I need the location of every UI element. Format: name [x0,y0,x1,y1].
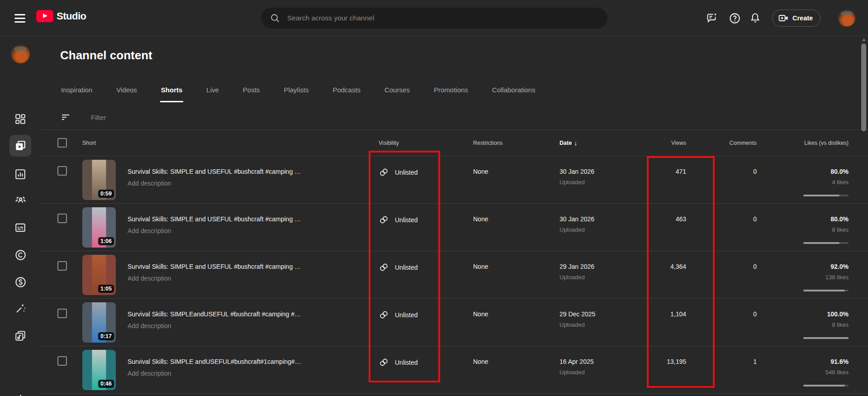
likes-ratio-bar [803,195,849,196]
video-thumbnail[interactable]: 1:06 [82,207,116,248]
restrictions-value: None [455,251,541,298]
tab-promotions[interactable]: Promotions [433,80,469,102]
tab-inspiration[interactable]: Inspiration [60,80,93,102]
video-thumbnail[interactable]: 0:46 [82,350,116,390]
sidebar-item-audio-library[interactable] [9,325,31,347]
account-avatar[interactable] [838,10,855,27]
sidebar-item-community[interactable] [9,189,31,211]
table-row[interactable]: 0:17 Survival Skills: SIMPLEandUSEFUL #b… [41,299,868,346]
copyright-icon [14,249,27,261]
add-description[interactable]: Add description [128,275,364,282]
channel-search-bar[interactable] [261,8,607,29]
video-title[interactable]: Survival Skills: SIMPLE and USEFUL #bush… [128,263,364,271]
video-title[interactable]: Survival Skills: SIMPLE and USEFUL #bush… [128,168,364,176]
sidebar-item-content[interactable] [9,135,31,157]
top-bar: Studio Create [0,0,868,36]
video-title[interactable]: Survival Skills: SIMPLE and USEFUL #bush… [128,215,364,223]
views-value: 463 [622,204,686,251]
filter-input[interactable] [91,114,272,121]
tab-courses[interactable]: Courses [384,80,411,102]
date-value: 29 Dec 2025 [560,310,622,318]
sidebar-item-earn[interactable] [9,271,31,293]
menu-icon[interactable] [14,12,26,24]
tab-posts[interactable]: Posts [242,80,261,102]
visibility-cell[interactable]: Unlisted [379,357,418,367]
restrictions-value: None [455,346,541,393]
tab-playlists[interactable]: Playlists [283,80,309,102]
main-content: Channel content InspirationVideosShortsL… [41,36,868,396]
header-views[interactable]: Views [622,130,686,156]
unlisted-link-icon [379,310,389,320]
sidebar-item-copyright[interactable] [9,244,31,266]
search-input[interactable] [287,14,598,22]
create-button[interactable]: Create [772,10,821,27]
settings-gear-icon [14,394,27,396]
sidebar-item-customization[interactable] [9,297,31,319]
sidebar-item-analytics[interactable] [9,163,31,185]
header-visibility[interactable]: Visibility [378,130,455,156]
visibility-cell[interactable]: Unlisted [379,215,418,225]
sidebar-item-settings[interactable] [9,389,31,396]
channel-avatar[interactable] [11,44,30,63]
tab-shorts[interactable]: Shorts [160,80,184,102]
row-checkbox[interactable] [57,261,67,271]
row-checkbox[interactable] [57,214,67,223]
visibility-cell[interactable]: Unlisted [379,262,418,272]
add-description[interactable]: Add description [128,227,364,234]
sidebar-item-subtitles[interactable] [9,217,31,239]
header-likes[interactable]: Likes (vs dislikes) [757,130,849,156]
date-sub: Uploaded [560,321,622,328]
audio-library-icon [14,330,26,342]
duration-badge: 1:06 [98,237,114,245]
tab-collaborations[interactable]: Collaborations [491,80,536,102]
views-value: 13,195 [622,346,686,393]
feedback-sparkle-icon[interactable] [706,12,718,24]
select-all-checkbox[interactable] [57,138,67,148]
row-checkbox[interactable] [57,356,67,366]
date-sub: Uploaded [560,369,622,376]
unlisted-link-icon [379,357,389,367]
tab-live[interactable]: Live [205,80,220,102]
visibility-cell[interactable]: Unlisted [379,310,418,320]
header-date[interactable]: Date↓ [541,130,622,156]
studio-logo-text: Studio [57,10,86,22]
date-value: 29 Jan 2026 [560,263,622,270]
video-thumbnail[interactable]: 1:05 [82,255,116,295]
youtube-studio-logo[interactable]: Studio [36,10,86,22]
scrollbar-up-arrow[interactable] [862,38,866,41]
date-value: 30 Jan 2026 [560,168,622,175]
vertical-scrollbar[interactable] [861,43,866,131]
video-thumbnail[interactable]: 0:17 [82,302,116,343]
video-thumbnail[interactable]: 0:59 [82,160,116,200]
table-row[interactable]: 1:05 Survival Skills: SIMPLE and USEFUL … [41,251,868,299]
views-value: 4,364 [622,251,686,298]
table-row[interactable]: 0:59 Survival Skills: SIMPLE and USEFUL … [41,156,868,204]
filter-icon [60,112,71,123]
add-description[interactable]: Add description [128,370,364,377]
tabs: InspirationVideosShortsLivePostsPlaylist… [60,80,536,102]
visibility-cell[interactable]: Unlisted [379,167,418,177]
tab-podcasts[interactable]: Podcasts [332,80,361,102]
video-title[interactable]: Survival Skills: SIMPLEandUSEFUL #bushcr… [128,310,364,318]
likes-percentage: 80.0% [757,215,849,223]
row-checkbox[interactable] [57,166,67,176]
notifications-bell-icon[interactable] [749,12,761,24]
page-title: Channel content [60,48,152,62]
youtube-play-logo-icon [36,10,53,22]
customization-wand-icon [14,302,27,315]
header-comments[interactable]: Comments [686,130,757,156]
filter-bar[interactable] [41,105,868,130]
table-row[interactable]: 1:06 Survival Skills: SIMPLE and USEFUL … [41,204,868,251]
add-description[interactable]: Add description [128,180,364,187]
table-row[interactable]: 0:46 Survival Skills: SIMPLE andUSEFUL#b… [41,346,868,394]
sidebar-item-dashboard[interactable] [9,108,31,130]
row-checkbox[interactable] [57,309,67,318]
sort-arrow-down-icon: ↓ [574,139,578,147]
tab-videos[interactable]: Videos [115,80,138,102]
video-title[interactable]: Survival Skills: SIMPLE andUSEFUL#bushcr… [128,358,364,366]
likes-count: 138 likes [757,274,849,281]
help-icon[interactable] [729,12,741,24]
header-restrictions[interactable]: Restrictions [455,130,541,156]
add-description[interactable]: Add description [128,322,364,329]
sidebar-nav [0,36,41,396]
